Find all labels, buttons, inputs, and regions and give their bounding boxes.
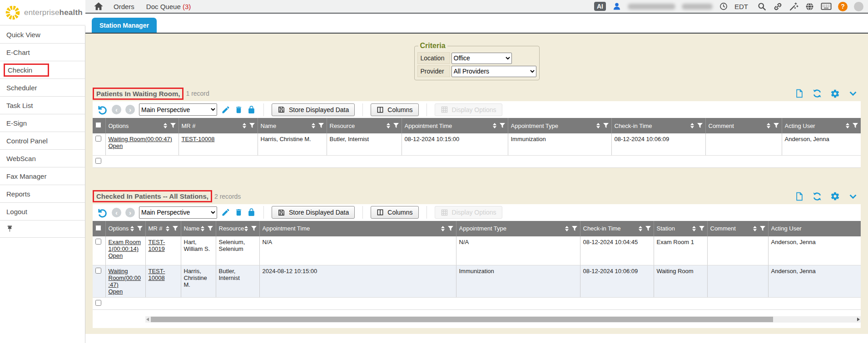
sort-icon[interactable] [441, 226, 445, 231]
filter-icon[interactable] [170, 123, 176, 128]
gear-icon[interactable] [830, 191, 840, 201]
sidebar-item-logout[interactable]: Logout [0, 203, 85, 220]
perspective-select[interactable]: Main Perspective [139, 206, 217, 219]
wand-icon[interactable] [789, 2, 799, 11]
sort-icon[interactable] [692, 226, 696, 231]
gear-icon[interactable] [830, 89, 840, 98]
select-all-checkbox[interactable] [95, 122, 101, 128]
filter-icon[interactable] [500, 123, 505, 128]
sort-icon[interactable] [596, 123, 600, 128]
mr-number-link[interactable]: TEST-10008 [182, 136, 215, 142]
collapse-chevron-icon[interactable] [848, 191, 858, 201]
sort-icon[interactable] [243, 123, 246, 128]
keyboard-icon[interactable] [821, 2, 832, 11]
delete-trash-icon[interactable] [234, 105, 243, 114]
ai-badge[interactable]: AI [594, 2, 606, 11]
row-checkbox[interactable] [95, 239, 101, 245]
perspective-select[interactable]: Main Perspective [139, 103, 217, 116]
sort-icon[interactable] [387, 123, 390, 128]
scroll-right-arrow-icon[interactable] [857, 318, 860, 321]
nav-orders[interactable]: Orders [114, 3, 134, 10]
filter-icon[interactable] [572, 226, 577, 231]
open-link[interactable]: Open [109, 252, 123, 259]
home-icon[interactable] [94, 1, 104, 11]
filter-icon[interactable] [393, 123, 399, 128]
store-displayed-data-button[interactable]: Store Displayed Data [272, 103, 355, 116]
columns-button[interactable]: Columns [371, 206, 418, 219]
location-select[interactable]: Office [451, 53, 512, 64]
lock-icon[interactable] [247, 105, 256, 114]
sort-icon[interactable] [493, 123, 496, 128]
link-icon[interactable] [773, 2, 783, 11]
tab-station-manager[interactable]: Station Manager [92, 18, 157, 33]
filter-icon[interactable] [208, 226, 213, 231]
nav-doc-queue[interactable]: Doc Queue (3) [146, 3, 191, 10]
sidebar-item-quick-view[interactable]: Quick View [0, 26, 85, 44]
sidebar-item-checkin[interactable]: Checkin [0, 61, 85, 79]
filter-icon[interactable] [645, 226, 651, 231]
clock-icon[interactable] [719, 2, 728, 11]
new-row-checkbox[interactable] [95, 300, 101, 306]
filter-icon[interactable] [318, 123, 324, 128]
prev-perspective-button[interactable]: ‹ [112, 208, 121, 217]
sort-icon[interactable] [639, 226, 642, 231]
columns-button[interactable]: Columns [371, 103, 418, 116]
delete-trash-icon[interactable] [234, 208, 243, 217]
sort-icon[interactable] [164, 123, 167, 128]
filter-icon[interactable] [774, 123, 779, 128]
help-icon[interactable]: ? [838, 2, 848, 11]
provider-select[interactable]: All Providers [451, 66, 536, 77]
prev-perspective-button[interactable]: ‹ [112, 105, 121, 114]
store-displayed-data-button[interactable]: Store Displayed Data [272, 206, 355, 219]
new-row-checkbox[interactable] [95, 158, 101, 164]
lock-icon[interactable] [247, 208, 256, 217]
sort-icon[interactable] [312, 123, 315, 128]
refresh-icon[interactable] [812, 88, 822, 98]
sort-icon[interactable] [201, 226, 204, 231]
filter-icon[interactable] [699, 226, 704, 231]
mr-number-link[interactable]: TEST-10019 [149, 239, 165, 252]
scrollbar-thumb[interactable] [151, 317, 773, 322]
globe-icon[interactable] [805, 2, 814, 11]
row-checkbox[interactable] [95, 268, 101, 274]
mr-number-link[interactable]: TEST-10008 [149, 268, 165, 281]
sort-icon[interactable] [753, 226, 757, 231]
sidebar-item-task-list[interactable]: Task List [0, 97, 85, 114]
scroll-left-arrow-icon[interactable] [146, 318, 149, 321]
sort-icon[interactable] [846, 123, 849, 128]
filter-icon[interactable] [603, 123, 609, 128]
undo-icon[interactable] [97, 104, 108, 115]
filter-icon[interactable] [249, 123, 255, 128]
station-status-link[interactable]: Waiting Room(00:00:47) [109, 136, 172, 142]
filter-icon[interactable] [251, 226, 257, 231]
filter-icon[interactable] [173, 226, 178, 231]
sidebar-item-control-panel[interactable]: Control Panel [0, 132, 85, 150]
sort-icon[interactable] [244, 226, 248, 231]
station-status-link[interactable]: Exam Room 1(00:00:14) [109, 239, 141, 252]
sidebar-item-webscan[interactable]: WebScan [0, 150, 85, 167]
filter-icon[interactable] [853, 123, 858, 128]
edit-pencil-icon[interactable] [221, 208, 230, 217]
avatar[interactable] [854, 2, 863, 11]
open-link[interactable]: Open [109, 288, 123, 295]
collapse-chevron-icon[interactable] [848, 88, 858, 98]
filter-icon[interactable] [697, 123, 703, 128]
search-icon[interactable] [757, 2, 767, 11]
sidebar-pin-row[interactable] [0, 220, 85, 238]
sort-icon[interactable] [166, 226, 169, 231]
filter-icon[interactable] [448, 226, 453, 231]
open-link[interactable]: Open [109, 142, 123, 149]
next-perspective-button[interactable]: › [125, 208, 135, 217]
next-perspective-button[interactable]: › [125, 105, 135, 114]
new-document-icon[interactable] [795, 89, 804, 98]
edit-pencil-icon[interactable] [221, 105, 230, 114]
undo-icon[interactable] [97, 207, 108, 218]
sort-icon[interactable] [130, 226, 134, 231]
sort-icon[interactable] [767, 123, 770, 128]
station-status-link[interactable]: Waiting Room(00:00:47) [109, 268, 141, 288]
sidebar-item-fax-manager[interactable]: Fax Manager [0, 167, 85, 185]
row-checkbox[interactable] [95, 136, 101, 142]
sort-icon[interactable] [690, 123, 694, 128]
horizontal-scrollbar[interactable] [145, 316, 861, 323]
sidebar-item-scheduler[interactable]: Scheduler [0, 79, 85, 97]
